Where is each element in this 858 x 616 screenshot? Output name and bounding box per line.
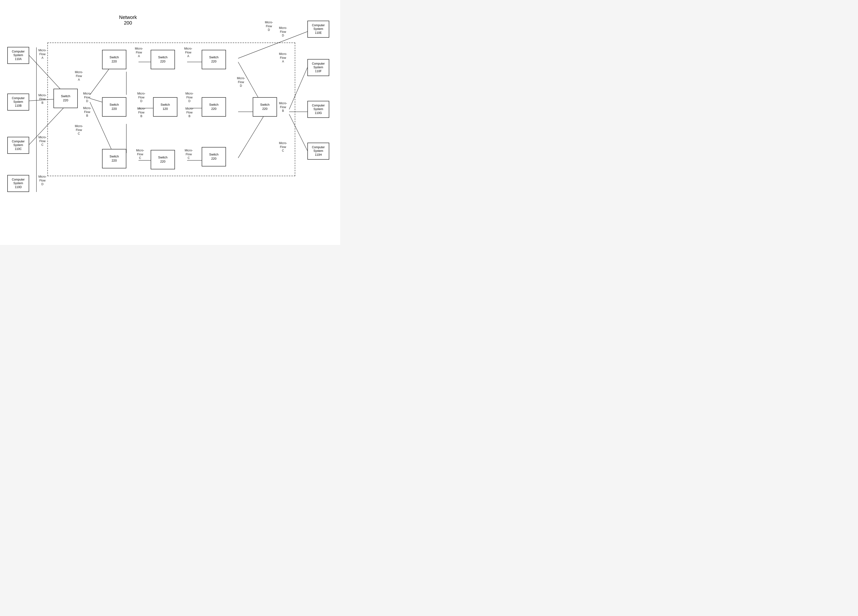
- mf-C-bot2: Micro-FlowC: [185, 149, 193, 160]
- mf-A-right: Micro-FlowA: [279, 52, 287, 64]
- sw120: Switch120: [153, 97, 177, 117]
- network-title: Network200: [119, 15, 137, 26]
- diagram-container: Network200: [0, 0, 340, 245]
- mf-A-left: Micro-FlowA: [38, 48, 47, 60]
- cs110G: ComputerSystem110G: [308, 101, 329, 118]
- sw220-10: Switch220: [253, 97, 277, 117]
- cs110H: ComputerSystem110H: [308, 143, 329, 160]
- mf-D-sw1-mid: Micro-FlowD: [83, 92, 91, 103]
- mf-D-mid-top: Micro-FlowD: [137, 92, 145, 103]
- cs110B: ComputerSystem110B: [7, 93, 29, 110]
- mf-B-mid-bot: Micro-FlowB: [137, 107, 145, 118]
- sw220-8: Switch220: [202, 97, 226, 117]
- mf-A-top-mid: Micro-FlowA: [135, 47, 143, 58]
- sw220-6: Switch220: [151, 150, 175, 170]
- sw220-5: Switch220: [151, 50, 175, 69]
- cs110E: ComputerSystem110E: [308, 21, 329, 38]
- sw220-3: Switch220: [102, 97, 126, 117]
- mf-D-left: Micro-FlowD: [38, 175, 47, 187]
- mf-C-bot-mid: Micro-FlowC: [136, 149, 144, 160]
- mf-B-sw1-mid: Micro-FlowB: [83, 106, 91, 118]
- cs110F: ComputerSystem110F: [308, 59, 329, 76]
- cs110C: ComputerSystem110C: [7, 137, 29, 154]
- sw220-4: Switch220: [102, 149, 126, 168]
- cs110A: ComputerSystem110A: [7, 47, 29, 64]
- mf-B-right: Micro-FlowB: [279, 101, 287, 113]
- mf-C-right: Micro-FlowC: [279, 142, 287, 153]
- mf-D-top-right: Micro-FlowD: [237, 76, 245, 88]
- sw220-2: Switch220: [102, 50, 126, 69]
- sw220-7: Switch220: [202, 50, 226, 69]
- mf-D-mid2: Micro-FlowD: [185, 92, 193, 103]
- mf-A-top2: Micro-FlowA: [184, 47, 192, 58]
- mf-B-left: Micro-FlowB: [38, 93, 47, 105]
- mf-D-diagonal: Micro-FlowD: [265, 21, 273, 32]
- cs110D: ComputerSystem110D: [7, 175, 29, 192]
- mf-C-left: Micro-FlowC: [38, 135, 47, 147]
- mf-C-sw1-btm: Micro-FlowC: [75, 124, 83, 136]
- mf-B-mid2: Micro-FlowB: [185, 107, 193, 118]
- mf-A-sw1-top: Micro-FlowA: [75, 70, 83, 82]
- sw220-1: Switch220: [53, 89, 78, 108]
- sw220-9: Switch220: [202, 147, 226, 166]
- mf-D-top-cs: Micro-FlowD: [279, 26, 287, 38]
